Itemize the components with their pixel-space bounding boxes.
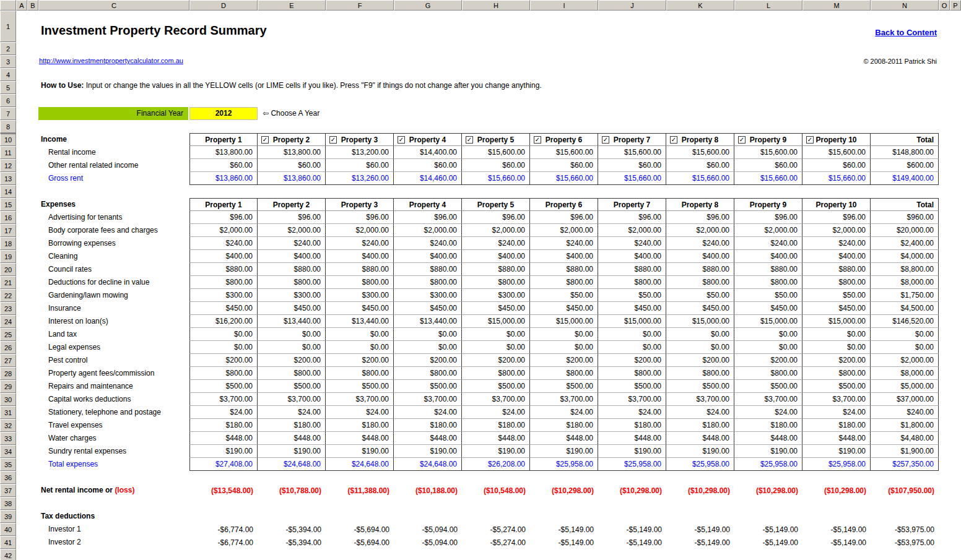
tax-deduction-value-cell[interactable]: -$5,149.00 [666,536,734,549]
expenses-cell[interactable]: $190.00 [394,445,462,458]
expenses-cell[interactable]: $180.00 [598,419,666,432]
expenses-cell[interactable]: $0.00 [734,341,802,354]
expenses-cell[interactable]: $3,700.00 [530,393,598,406]
expenses-cell[interactable]: $37,000.00 [871,393,939,406]
expenses-cell[interactable]: $200.00 [189,354,258,367]
expenses-cell[interactable]: $8,000.00 [871,276,939,289]
expenses-cell[interactable]: $0.00 [734,328,802,341]
expenses-cell[interactable]: $25,958.00 [598,458,666,471]
tax-deduction-value-cell[interactable]: -$5,694.00 [326,536,394,549]
expenses-cell[interactable]: $448.00 [462,432,530,445]
expenses-cell[interactable]: $800.00 [598,276,666,289]
expenses-cell[interactable]: $2,400.00 [871,237,939,250]
expenses-cell[interactable]: $450.00 [666,302,734,315]
expenses-cell[interactable]: $24.00 [394,406,462,419]
expenses-cell[interactable]: $200.00 [666,354,734,367]
tax-deduction-value-cell[interactable]: -$5,274.00 [462,536,530,549]
row-header-16[interactable]: 16 [0,211,16,224]
income-column-header[interactable]: ✓Property 7 [598,133,666,146]
income-cell[interactable]: $148,800.00 [871,146,939,159]
net-rental-value-cell[interactable]: ($13,548.00) [189,484,258,497]
expenses-cell[interactable]: $15,000.00 [734,315,802,328]
net-rental-value-cell[interactable]: ($11,388.00) [326,484,394,497]
row-header-32[interactable]: 32 [0,419,16,432]
financial-year-label-cell[interactable]: Financial Year [38,107,188,120]
tax-deduction-value-cell[interactable]: -$53,975.00 [871,523,939,536]
expenses-column-header[interactable]: Property 2 [258,198,326,211]
expenses-cell[interactable]: $190.00 [666,445,734,458]
income-column-header[interactable]: Total [871,133,939,146]
income-cell[interactable]: $13,800.00 [189,146,258,159]
row-header-1[interactable]: 1 [0,11,16,42]
income-cell[interactable]: $60.00 [802,159,871,172]
expenses-cell[interactable]: $240.00 [666,237,734,250]
expenses-cell[interactable]: $800.00 [462,276,530,289]
expenses-cell[interactable]: $300.00 [462,289,530,302]
expenses-cell[interactable]: $800.00 [734,276,802,289]
income-cell[interactable]: $60.00 [598,159,666,172]
column-header-M[interactable]: M [802,0,871,11]
expenses-cell[interactable]: $450.00 [598,302,666,315]
net-rental-value-cell[interactable]: ($10,298.00) [802,484,871,497]
financial-year-input-cell[interactable]: 2012 [189,107,258,120]
expenses-cell[interactable]: $450.00 [189,302,258,315]
expenses-cell[interactable]: $0.00 [394,328,462,341]
tax-deduction-value-cell[interactable]: -$5,094.00 [394,536,462,549]
column-header-C[interactable]: C [38,0,189,11]
expenses-cell[interactable]: $500.00 [326,380,394,393]
income-cell[interactable]: $15,660.00 [462,172,530,185]
column-header-H[interactable]: H [462,0,530,11]
expenses-cell[interactable]: $500.00 [734,380,802,393]
tax-deduction-value-cell[interactable]: -$5,094.00 [394,523,462,536]
expenses-cell[interactable]: $500.00 [802,380,871,393]
expenses-cell[interactable]: $96.00 [802,211,871,224]
income-cell[interactable]: $60.00 [394,159,462,172]
expenses-cell[interactable]: $300.00 [394,289,462,302]
expenses-column-header[interactable]: Property 10 [802,198,871,211]
row-header-27[interactable]: 27 [0,354,16,367]
property-checkbox[interactable]: ✓ [602,136,609,144]
expenses-cell[interactable]: $15,000.00 [462,315,530,328]
income-cell[interactable]: $14,400.00 [394,146,462,159]
tax-deduction-value-cell[interactable]: -$5,149.00 [734,523,802,536]
income-cell[interactable]: $13,200.00 [326,146,394,159]
expenses-cell[interactable]: $96.00 [258,211,326,224]
expenses-cell[interactable]: $800.00 [258,367,326,380]
expenses-cell[interactable]: $0.00 [530,341,598,354]
expenses-cell[interactable]: $180.00 [462,419,530,432]
income-cell[interactable]: $60.00 [462,159,530,172]
expenses-cell[interactable]: $146,520.00 [871,315,939,328]
row-header-37[interactable]: 37 [0,484,16,497]
column-header-D[interactable]: D [189,0,258,11]
income-cell[interactable]: $15,600.00 [598,146,666,159]
expenses-cell[interactable]: $0.00 [258,328,326,341]
expenses-cell[interactable]: $2,000.00 [598,224,666,237]
expenses-cell[interactable]: $500.00 [258,380,326,393]
expenses-cell[interactable]: $4,500.00 [871,302,939,315]
tax-deduction-value-cell[interactable]: -$5,149.00 [530,523,598,536]
expenses-cell[interactable]: $500.00 [189,380,258,393]
row-header-18[interactable]: 18 [0,237,16,250]
expenses-cell[interactable]: $500.00 [530,380,598,393]
expenses-cell[interactable]: $200.00 [802,354,871,367]
expenses-cell[interactable]: $24.00 [189,406,258,419]
net-rental-value-cell[interactable]: ($10,298.00) [666,484,734,497]
expenses-column-header[interactable]: Property 3 [326,198,394,211]
row-header-40[interactable]: 40 [0,523,16,536]
income-cell[interactable]: $15,660.00 [802,172,871,185]
row-header-34[interactable]: 34 [0,445,16,458]
net-rental-value-cell[interactable]: ($10,788.00) [258,484,326,497]
expenses-cell[interactable]: $96.00 [189,211,258,224]
row-header-13[interactable]: 13 [0,172,16,185]
expenses-cell[interactable]: $8,000.00 [871,367,939,380]
row-header-23[interactable]: 23 [0,302,16,315]
income-cell[interactable]: $60.00 [326,159,394,172]
row-header-42[interactable]: 42 [0,549,16,560]
row-header-39[interactable]: 39 [0,510,16,523]
column-header-L[interactable]: L [734,0,802,11]
expenses-cell[interactable]: $2,000.00 [734,224,802,237]
row-header-38[interactable]: 38 [0,497,16,510]
tax-deduction-value-cell[interactable]: -$5,394.00 [258,523,326,536]
expenses-cell[interactable]: $448.00 [394,432,462,445]
expenses-cell[interactable]: $0.00 [258,341,326,354]
